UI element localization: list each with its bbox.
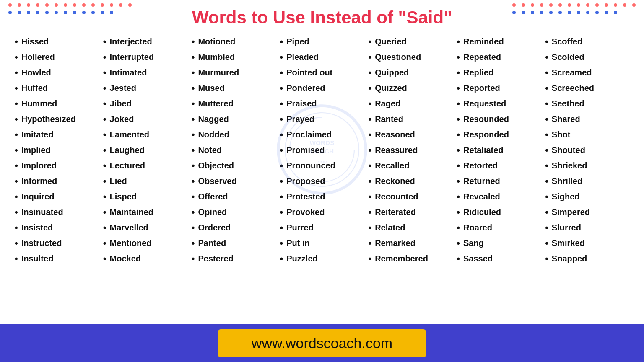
list-item: Proposed <box>280 173 364 189</box>
list-item: Sassed <box>457 251 541 266</box>
list-item: Shot <box>545 127 629 142</box>
list-item: Implied <box>15 142 99 158</box>
list-item: Smirked <box>545 235 629 251</box>
list-item: Panted <box>192 235 276 251</box>
list-item: Shrieked <box>545 158 629 173</box>
list-item: Screamed <box>545 65 629 80</box>
list-item: Reckoned <box>368 173 452 189</box>
list-item: Remembered <box>368 251 452 266</box>
list-item: Raged <box>368 96 452 111</box>
footer-badge: www.wordscoach.com <box>218 329 426 357</box>
list-item: Provoked <box>280 204 364 220</box>
list-item: Informed <box>15 173 99 189</box>
list-item: Recalled <box>368 158 452 173</box>
list-item: Insulted <box>15 251 99 266</box>
list-item: Screeched <box>545 80 629 96</box>
page-title: Words to Use Instead of "Said" <box>0 8 644 28</box>
list-item: Prayed <box>280 111 364 127</box>
list-item: Ridiculed <box>457 204 541 220</box>
list-item: Ordered <box>192 220 276 235</box>
page-header: Words to Use Instead of "Said" <box>0 0 644 32</box>
list-item: Replied <box>457 65 541 80</box>
list-item: Ranted <box>368 111 452 127</box>
column-1: HissedHolleredHowledHuffedHummedHypothes… <box>13 34 101 266</box>
list-item: Laughed <box>103 142 187 158</box>
column-7: ScoffedScoldedScreamedScreechedSeethedSh… <box>543 34 631 266</box>
list-item: Puzzled <box>280 251 364 266</box>
list-item: Promised <box>280 142 364 158</box>
list-item: Jibed <box>103 96 187 111</box>
list-item: Interrupted <box>103 49 187 65</box>
list-item: Intimated <box>103 65 187 80</box>
list-item: Shouted <box>545 142 629 158</box>
words-section: WORDS COACH .COM HissedHolleredHowledHuf… <box>0 32 644 269</box>
list-item: Jested <box>103 80 187 96</box>
list-item: Put in <box>280 235 364 251</box>
list-item: Proclaimed <box>280 127 364 142</box>
list-item: Piped <box>280 34 364 49</box>
list-item: Huffed <box>15 80 99 96</box>
list-item: Hissed <box>15 34 99 49</box>
column-3: MotionedMumbledMurmuredMusedMutteredNagg… <box>190 34 278 266</box>
list-item: Maintained <box>103 204 187 220</box>
list-item: Quipped <box>368 65 452 80</box>
column-2: InterjectedInterruptedIntimatedJestedJib… <box>101 34 190 266</box>
list-item: Pronounced <box>280 158 364 173</box>
list-item: Insisted <box>15 220 99 235</box>
list-item: Related <box>368 220 452 235</box>
footer-url: www.wordscoach.com <box>252 335 392 351</box>
list-item: Nodded <box>192 127 276 142</box>
list-item: Hypothesized <box>15 111 99 127</box>
list-item: Shared <box>545 111 629 127</box>
list-item: Seethed <box>545 96 629 111</box>
list-item: Snapped <box>545 251 629 266</box>
list-item: Reported <box>457 80 541 96</box>
list-item: Sighed <box>545 189 629 204</box>
list-item: Instructed <box>15 235 99 251</box>
list-item: Recounted <box>368 189 452 204</box>
list-item: Hollered <box>15 49 99 65</box>
list-item: Pondered <box>280 80 364 96</box>
list-item: Mocked <box>103 251 187 266</box>
list-item: Scolded <box>545 49 629 65</box>
list-item: Repeated <box>457 49 541 65</box>
list-item: Mumbled <box>192 49 276 65</box>
list-item: Roared <box>457 220 541 235</box>
list-item: Sang <box>457 235 541 251</box>
list-item: Lied <box>103 173 187 189</box>
list-item: Praised <box>280 96 364 111</box>
list-item: Responded <box>457 127 541 142</box>
list-item: Mentioned <box>103 235 187 251</box>
list-item: Resounded <box>457 111 541 127</box>
list-item: Pestered <box>192 251 276 266</box>
column-4: PipedPleadedPointed outPonderedPraisedPr… <box>278 34 366 266</box>
list-item: Reassured <box>368 142 452 158</box>
list-item: Protested <box>280 189 364 204</box>
list-item: Lamented <box>103 127 187 142</box>
content-area: Words to Use Instead of "Said" WORDS COA… <box>0 0 644 306</box>
list-item: Motioned <box>192 34 276 49</box>
list-item: Pointed out <box>280 65 364 80</box>
list-item: Queried <box>368 34 452 49</box>
list-item: Scoffed <box>545 34 629 49</box>
list-item: Murmured <box>192 65 276 80</box>
list-item: Slurred <box>545 220 629 235</box>
list-item: Simpered <box>545 204 629 220</box>
list-item: Insinuated <box>15 204 99 220</box>
column-5: QueriedQuestionedQuippedQuizzedRagedRant… <box>366 34 454 266</box>
list-item: Questioned <box>368 49 452 65</box>
list-item: Joked <box>103 111 187 127</box>
list-item: Requested <box>457 96 541 111</box>
list-item: Quizzed <box>368 80 452 96</box>
list-item: Opined <box>192 204 276 220</box>
list-item: Inquired <box>15 189 99 204</box>
list-item: Hummed <box>15 96 99 111</box>
list-item: Returned <box>457 173 541 189</box>
list-item: Lectured <box>103 158 187 173</box>
list-item: Observed <box>192 173 276 189</box>
column-6: RemindedRepeatedRepliedReportedRequested… <box>454 34 543 266</box>
list-item: Reiterated <box>368 204 452 220</box>
list-item: Imitated <box>15 127 99 142</box>
footer: www.wordscoach.com <box>0 324 644 362</box>
list-item: Lisped <box>103 189 187 204</box>
